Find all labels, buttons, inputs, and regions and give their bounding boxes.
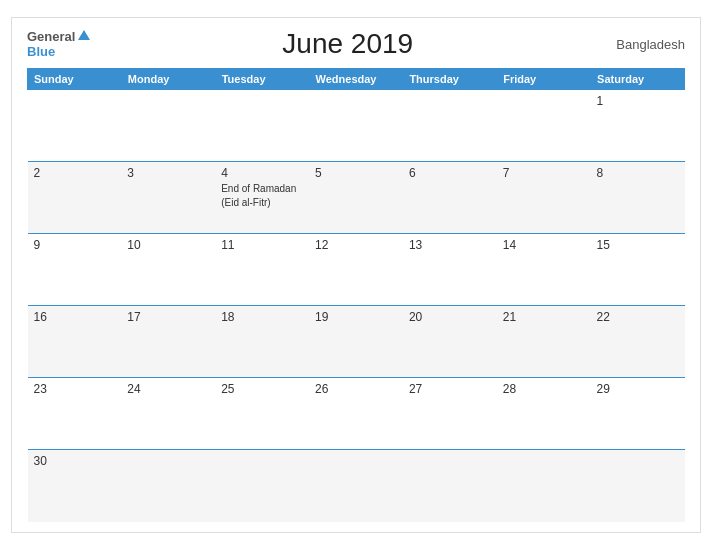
day-number: 26 bbox=[315, 382, 397, 396]
calendar-cell bbox=[121, 90, 215, 162]
calendar-cell: 21 bbox=[497, 306, 591, 378]
calendar-cell: 24 bbox=[121, 378, 215, 450]
day-number: 3 bbox=[127, 166, 209, 180]
calendar-cell bbox=[121, 450, 215, 522]
header-saturday: Saturday bbox=[591, 69, 685, 90]
calendar-cell: 11 bbox=[215, 234, 309, 306]
calendar-cell: 14 bbox=[497, 234, 591, 306]
day-number: 9 bbox=[34, 238, 116, 252]
day-number: 8 bbox=[597, 166, 679, 180]
calendar-cell bbox=[591, 450, 685, 522]
calendar-cell bbox=[309, 450, 403, 522]
weekday-header-row: Sunday Monday Tuesday Wednesday Thursday… bbox=[28, 69, 685, 90]
calendar-cell bbox=[309, 90, 403, 162]
day-number: 15 bbox=[597, 238, 679, 252]
calendar-cell: 17 bbox=[121, 306, 215, 378]
calendar-cell: 18 bbox=[215, 306, 309, 378]
header-monday: Monday bbox=[121, 69, 215, 90]
calendar-cell: 13 bbox=[403, 234, 497, 306]
day-number: 29 bbox=[597, 382, 679, 396]
header-friday: Friday bbox=[497, 69, 591, 90]
day-number: 30 bbox=[34, 454, 116, 468]
calendar-cell: 6 bbox=[403, 162, 497, 234]
calendar-cell: 15 bbox=[591, 234, 685, 306]
calendar-cell: 4End of Ramadan (Eid al-Fitr) bbox=[215, 162, 309, 234]
calendar-wrapper: General Blue June 2019 Bangladesh Sunday… bbox=[11, 17, 701, 533]
calendar-header: General Blue June 2019 Bangladesh bbox=[27, 28, 685, 60]
day-number: 21 bbox=[503, 310, 585, 324]
calendar-row-2: 9101112131415 bbox=[28, 234, 685, 306]
day-number: 6 bbox=[409, 166, 491, 180]
logo: General Blue bbox=[27, 29, 90, 60]
day-number: 14 bbox=[503, 238, 585, 252]
calendar-cell bbox=[215, 450, 309, 522]
day-number: 4 bbox=[221, 166, 303, 180]
calendar-row-5: 30 bbox=[28, 450, 685, 522]
day-number: 1 bbox=[597, 94, 679, 108]
calendar-cell: 25 bbox=[215, 378, 309, 450]
calendar-title: June 2019 bbox=[90, 28, 605, 60]
day-number: 27 bbox=[409, 382, 491, 396]
day-number: 18 bbox=[221, 310, 303, 324]
day-number: 24 bbox=[127, 382, 209, 396]
day-number: 25 bbox=[221, 382, 303, 396]
header-thursday: Thursday bbox=[403, 69, 497, 90]
calendar-cell: 10 bbox=[121, 234, 215, 306]
calendar-grid: Sunday Monday Tuesday Wednesday Thursday… bbox=[27, 68, 685, 522]
calendar-country: Bangladesh bbox=[605, 37, 685, 52]
calendar-cell bbox=[497, 450, 591, 522]
day-number: 2 bbox=[34, 166, 116, 180]
day-number: 13 bbox=[409, 238, 491, 252]
calendar-cell: 16 bbox=[28, 306, 122, 378]
day-event: End of Ramadan (Eid al-Fitr) bbox=[221, 182, 303, 210]
calendar-row-4: 23242526272829 bbox=[28, 378, 685, 450]
day-number: 22 bbox=[597, 310, 679, 324]
header-sunday: Sunday bbox=[28, 69, 122, 90]
header-wednesday: Wednesday bbox=[309, 69, 403, 90]
calendar-cell: 28 bbox=[497, 378, 591, 450]
calendar-cell bbox=[403, 90, 497, 162]
day-number: 5 bbox=[315, 166, 397, 180]
calendar-cell: 27 bbox=[403, 378, 497, 450]
calendar-cell: 1 bbox=[591, 90, 685, 162]
calendar-cell: 5 bbox=[309, 162, 403, 234]
day-number: 12 bbox=[315, 238, 397, 252]
day-number: 7 bbox=[503, 166, 585, 180]
calendar-row-1: 234End of Ramadan (Eid al-Fitr)5678 bbox=[28, 162, 685, 234]
day-number: 17 bbox=[127, 310, 209, 324]
header-tuesday: Tuesday bbox=[215, 69, 309, 90]
calendar-cell: 30 bbox=[28, 450, 122, 522]
calendar-cell: 20 bbox=[403, 306, 497, 378]
calendar-cell bbox=[403, 450, 497, 522]
calendar-cell bbox=[215, 90, 309, 162]
calendar-cell: 29 bbox=[591, 378, 685, 450]
calendar-cell: 2 bbox=[28, 162, 122, 234]
calendar-cell: 8 bbox=[591, 162, 685, 234]
calendar-cell: 26 bbox=[309, 378, 403, 450]
calendar-cell: 7 bbox=[497, 162, 591, 234]
calendar-cell: 9 bbox=[28, 234, 122, 306]
calendar-cell: 3 bbox=[121, 162, 215, 234]
calendar-cell: 12 bbox=[309, 234, 403, 306]
day-number: 19 bbox=[315, 310, 397, 324]
calendar-cell: 19 bbox=[309, 306, 403, 378]
calendar-cell: 23 bbox=[28, 378, 122, 450]
calendar-cell bbox=[497, 90, 591, 162]
calendar-cell: 22 bbox=[591, 306, 685, 378]
day-number: 23 bbox=[34, 382, 116, 396]
calendar-row-3: 16171819202122 bbox=[28, 306, 685, 378]
day-number: 16 bbox=[34, 310, 116, 324]
day-number: 20 bbox=[409, 310, 491, 324]
calendar-row-0: 1 bbox=[28, 90, 685, 162]
calendar-cell bbox=[28, 90, 122, 162]
day-number: 11 bbox=[221, 238, 303, 252]
day-number: 28 bbox=[503, 382, 585, 396]
day-number: 10 bbox=[127, 238, 209, 252]
